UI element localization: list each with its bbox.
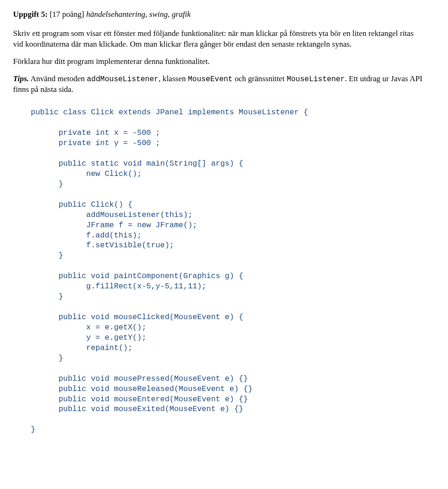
task-points: [17 poäng] <box>49 10 84 19</box>
tips-code-2: MouseEvent <box>188 75 232 84</box>
tips-paragraph: Tips. Använd metoden addMouseListener, k… <box>13 74 425 96</box>
tips-code-1: addMouseListener <box>87 75 159 84</box>
task-heading: Uppgift 5: [17 poäng] händelsehantering,… <box>13 9 425 20</box>
task-topics-text: händelsehantering, swing, grafik <box>86 10 191 19</box>
code-listing: public class Click extends JPanel implem… <box>31 107 425 435</box>
paragraph-2: Förklara hur ditt program implementerar … <box>13 56 425 67</box>
paragraph-1: Skriv ett program som visar ett fönster … <box>13 28 425 50</box>
tips-code-3: MouseListener <box>287 75 345 84</box>
tips-label: Tips. <box>13 74 29 83</box>
task-label: Uppgift 5: <box>13 10 48 19</box>
tips-text-1: Använd metoden <box>29 74 87 83</box>
tips-text-2: , klassen <box>159 74 188 83</box>
tips-text-3: och gränssnittet <box>232 74 287 83</box>
